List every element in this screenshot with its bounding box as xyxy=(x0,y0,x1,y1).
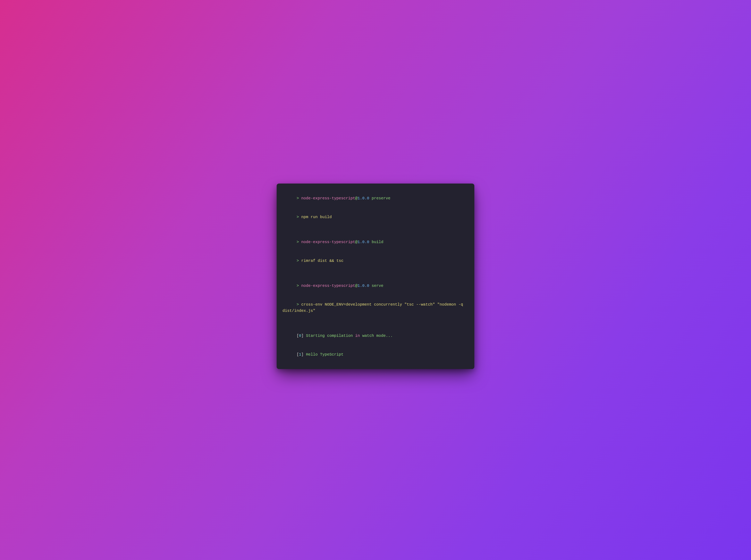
package-version: 1.0.0 xyxy=(358,240,369,244)
command-text: cross-env NODE_ENV=development concurren… xyxy=(283,302,465,313)
terminal-line: > npm run build xyxy=(283,208,468,226)
package-version: 1.0.0 xyxy=(358,196,369,201)
package-name: node-express-typescript xyxy=(301,283,355,288)
command-text: npm run build xyxy=(301,215,332,219)
terminal-window: > node-express-typescript@1.0.0 preserve… xyxy=(277,183,474,369)
bracket: [ xyxy=(296,352,299,357)
bracket: ] xyxy=(301,334,306,338)
process-index: 1 xyxy=(299,352,301,357)
at-sign: @ xyxy=(355,196,358,201)
script-name: preserve xyxy=(369,196,390,201)
package-version: 1.0.0 xyxy=(358,283,369,288)
package-name: node-express-typescript xyxy=(301,196,355,201)
bracket: ] xyxy=(301,352,306,357)
terminal-line: > node-express-typescript@1.0.0 serve xyxy=(283,277,468,295)
output-text: watch mode... xyxy=(360,334,393,338)
output-text: Hello TypeScript xyxy=(306,352,344,357)
prompt: > xyxy=(296,259,301,263)
prompt: > xyxy=(296,240,301,244)
terminal-line: > cross-env NODE_ENV=development concurr… xyxy=(283,295,468,320)
gradient-stage: > node-express-typescript@1.0.0 preserve… xyxy=(250,187,501,373)
keyword: in xyxy=(355,334,360,338)
process-index: 0 xyxy=(299,334,301,338)
terminal-blank-line xyxy=(283,226,468,233)
terminal-blank-line xyxy=(283,270,468,277)
prompt: > xyxy=(296,215,301,219)
terminal-line: > node-express-typescript@1.0.0 build xyxy=(283,233,468,252)
at-sign: @ xyxy=(355,283,358,288)
bracket: [ xyxy=(296,334,299,338)
script-name: serve xyxy=(369,283,383,288)
terminal-line: > rimraf dist && tsc xyxy=(283,252,468,270)
prompt: > xyxy=(296,283,301,288)
package-name: node-express-typescript xyxy=(301,240,355,244)
terminal-line: [0] Starting compilation in watch mode..… xyxy=(283,326,468,345)
terminal-line: > node-express-typescript@1.0.0 preserve xyxy=(283,189,468,208)
output-text: Starting compilation xyxy=(306,334,355,338)
terminal-line: [1] Hello TypeScript xyxy=(283,345,468,364)
command-text: rimraf dist && tsc xyxy=(301,259,344,263)
terminal-blank-line xyxy=(283,320,468,326)
prompt: > xyxy=(296,302,301,307)
prompt: > xyxy=(296,196,301,201)
at-sign: @ xyxy=(355,240,358,244)
script-name: build xyxy=(369,240,383,244)
